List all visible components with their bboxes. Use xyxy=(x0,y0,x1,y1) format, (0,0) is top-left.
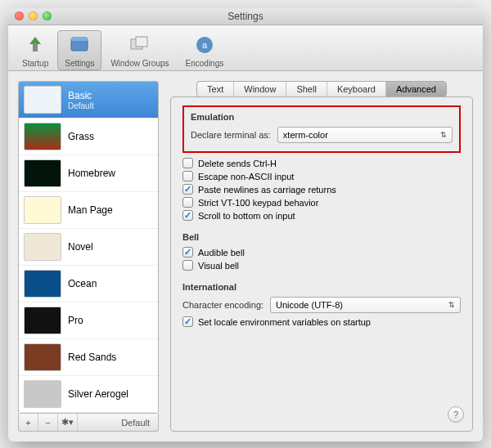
toolbar-encodings[interactable]: aEncodings xyxy=(178,30,232,70)
profile-thumbnail xyxy=(24,159,61,187)
emulation-title: Emulation xyxy=(191,112,453,122)
bell-checkbox-0[interactable] xyxy=(182,247,193,258)
sidebar-buttons: + − ✱▾ Default xyxy=(18,414,159,432)
svg-text:a: a xyxy=(202,40,208,50)
tab-advanced[interactable]: Advanced xyxy=(386,82,446,96)
toolbar-label: Encodings xyxy=(186,59,224,68)
encoding-value: Unicode (UTF-8) xyxy=(276,300,343,310)
profile-label: Grass xyxy=(68,131,94,142)
profile-pro[interactable]: Pro xyxy=(19,302,158,339)
startup-icon xyxy=(22,33,48,57)
profile-thumbnail xyxy=(24,270,61,298)
sidebar: BasicDefaultGrassHomebrewMan PageNovelOc… xyxy=(18,81,159,432)
advanced-panel: Emulation Declare terminal as: xterm-col… xyxy=(170,96,473,432)
settings-icon xyxy=(66,33,92,57)
toolbar-label: Startup xyxy=(22,59,48,68)
profile-thumbnail xyxy=(24,233,61,261)
svg-rect-0 xyxy=(33,43,38,52)
declare-terminal-select[interactable]: xterm-color ⇅ xyxy=(277,127,453,143)
locale-checkbox[interactable] xyxy=(182,316,193,327)
toolbar-settings[interactable]: Settings xyxy=(57,30,101,70)
content: BasicDefaultGrassHomebrewMan PageNovelOc… xyxy=(8,71,483,441)
settings-window: Settings StartupSettingsWindow GroupsaEn… xyxy=(8,8,483,441)
emulation-label-2: Paste newlines as carriage returns xyxy=(198,185,336,195)
toolbar-startup[interactable]: Startup xyxy=(15,30,56,70)
profile-list[interactable]: BasicDefaultGrassHomebrewMan PageNovelOc… xyxy=(18,81,159,414)
profile-red-sands[interactable]: Red Sands xyxy=(19,339,158,376)
emulation-label-1: Escape non-ASCII input xyxy=(198,172,294,181)
profile-thumbnail xyxy=(24,86,61,114)
profile-label: Homebrew xyxy=(68,168,115,179)
emulation-highlight: Emulation Declare terminal as: xterm-col… xyxy=(182,105,461,153)
help-button[interactable]: ? xyxy=(448,406,464,423)
declare-terminal-label: Declare terminal as: xyxy=(191,130,271,140)
profile-homebrew[interactable]: Homebrew xyxy=(19,155,158,192)
window-title: Settings xyxy=(8,11,483,22)
profile-basic[interactable]: BasicDefault xyxy=(19,82,158,119)
add-button[interactable]: + xyxy=(19,414,38,431)
chevron-updown-icon: ⇅ xyxy=(448,301,455,309)
declare-terminal-value: xterm-color xyxy=(283,130,328,140)
profile-silver-aerogel[interactable]: Silver Aerogel xyxy=(19,376,158,413)
emulation-checkbox-1[interactable] xyxy=(182,171,193,181)
svg-rect-4 xyxy=(136,37,147,47)
profile-thumbnail xyxy=(24,123,61,150)
encoding-label: Character encoding: xyxy=(182,300,264,310)
locale-label: Set locale environment variables on star… xyxy=(198,317,371,327)
emulation-label-3: Strict VT-100 keypad behavior xyxy=(198,198,318,208)
svg-rect-2 xyxy=(71,38,88,41)
main-panel: TextWindowShellKeyboardAdvanced Emulatio… xyxy=(170,81,473,432)
profile-thumbnail xyxy=(24,380,61,408)
profile-thumbnail xyxy=(24,196,61,224)
titlebar: Settings xyxy=(8,8,483,25)
emulation-label-4: Scroll to bottom on input xyxy=(198,211,295,221)
emulation-checkbox-0[interactable] xyxy=(182,158,193,168)
profile-label: Red Sands xyxy=(68,352,116,363)
profile-grass[interactable]: Grass xyxy=(19,119,158,155)
emulation-checkbox-3[interactable] xyxy=(182,197,193,208)
profile-label: Silver Aerogel xyxy=(68,388,128,400)
tab-text[interactable]: Text xyxy=(197,82,234,96)
profile-label: Man Page xyxy=(68,204,113,216)
profile-label: Pro xyxy=(68,315,83,326)
bell-label-1: Visual bell xyxy=(198,261,239,271)
tabs: TextWindowShellKeyboardAdvanced xyxy=(170,81,473,97)
profile-label: Novel xyxy=(68,241,93,253)
profile-thumbnail xyxy=(24,307,61,334)
action-menu-button[interactable]: ✱▾ xyxy=(58,414,78,431)
emulation-checkbox-4[interactable] xyxy=(182,210,193,221)
profile-thumbnail xyxy=(24,343,61,371)
profile-label: BasicDefault xyxy=(68,90,94,110)
toolbar-label: Settings xyxy=(65,59,94,68)
toolbar: StartupSettingsWindow GroupsaEncodings xyxy=(8,25,483,71)
bell-checkbox-1[interactable] xyxy=(182,260,193,271)
profile-label: Ocean xyxy=(68,278,97,289)
bell-title: Bell xyxy=(182,232,461,242)
profile-novel[interactable]: Novel xyxy=(19,229,158,266)
profile-man-page[interactable]: Man Page xyxy=(19,192,158,229)
profile-ocean[interactable]: Ocean xyxy=(19,266,158,302)
tab-window[interactable]: Window xyxy=(234,82,286,96)
encodings-icon: a xyxy=(191,33,218,57)
remove-button[interactable]: − xyxy=(38,414,58,431)
international-title: International xyxy=(182,282,461,292)
chevron-updown-icon: ⇅ xyxy=(440,131,447,139)
toolbar-window-groups[interactable]: Window Groups xyxy=(103,30,176,70)
window-groups-icon xyxy=(127,33,153,57)
encoding-select[interactable]: Unicode (UTF-8) ⇅ xyxy=(270,297,461,313)
tab-shell[interactable]: Shell xyxy=(286,82,327,96)
bell-label-0: Audible bell xyxy=(198,248,245,258)
emulation-label-0: Delete sends Ctrl-H xyxy=(198,159,277,168)
emulation-checkbox-2[interactable] xyxy=(182,184,193,195)
default-button[interactable]: Default xyxy=(78,414,158,431)
toolbar-label: Window Groups xyxy=(110,59,169,68)
tab-keyboard[interactable]: Keyboard xyxy=(327,82,386,96)
